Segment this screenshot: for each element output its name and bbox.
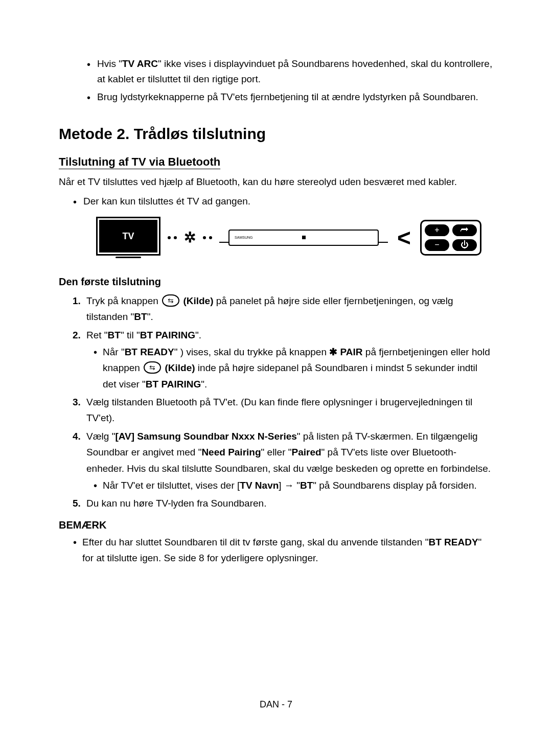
note-title: BEMÆRK (59, 519, 493, 531)
connection-diagram: TV ✲ SAMSUNG < + ⮫ − ⏻ (84, 217, 493, 258)
single-bullet-item: Der kan kun tilsluttes ét TV ad gangen. (73, 194, 493, 209)
steps-list: Tryk på knappen (Kilde) på panelet på hø… (59, 293, 493, 511)
tv-arc-bold: TV ARC (122, 58, 158, 69)
top-bullet-1: Hvis "TV ARC" ikke vises i displayvindue… (87, 56, 493, 87)
signal-dots-right (203, 236, 212, 239)
top-bullet-2: Brug lydstyrkeknapperne på TV'ets fjernb… (87, 89, 493, 105)
step-2-sub: Når "BT READY" ) vises, skal du trykke p… (94, 344, 493, 392)
pair-bt-icon: ✱ PAIR (329, 347, 362, 357)
note-list: Efter du har sluttet Soundbaren til dit … (59, 534, 493, 566)
remote-power-button: ⏻ (452, 239, 477, 251)
step-4: Vælg "[AV] Samsung Soundbar Nxxx N-Serie… (83, 428, 493, 493)
bluetooth-icon: ✲ (184, 231, 196, 245)
step-3: Vælg tilstanden Bluetooth på TV'et. (Du … (83, 394, 493, 426)
step-1: Tryk på knappen (Kilde) på panelet på hø… (83, 293, 493, 325)
text: Brug lydstyrkeknapperne på TV'ets fjernb… (97, 91, 478, 102)
soundbar-icon: SAMSUNG (228, 230, 379, 246)
remote-plus-button: + (425, 224, 449, 236)
brand-text: SAMSUNG (235, 236, 252, 239)
signal-dots-left (168, 236, 177, 239)
remote-icon: + ⮫ − ⏻ (420, 220, 481, 256)
tv-icon: TV (96, 217, 160, 258)
step-4-sub: Når TV'et er tilsluttet, vises der [TV N… (94, 477, 493, 493)
source-icon (162, 294, 179, 307)
source-icon (144, 361, 161, 374)
top-bullet-list: Hvis "TV ARC" ikke vises i displayvindue… (59, 56, 493, 105)
text: Hvis " (97, 58, 122, 69)
remote-minus-button: − (425, 239, 449, 251)
tv-label: TV (99, 220, 157, 253)
remote-source-button: ⮫ (452, 224, 477, 236)
method-title: Metode 2. Trådløs tilslutning (59, 125, 493, 143)
step-5: Du kan nu høre TV-lyden fra Soundbaren. (83, 495, 493, 511)
step-2: Ret "BT" til "BT PAIRING". Når "BT READY… (83, 327, 493, 392)
single-bullet-list: Der kan kun tilsluttes ét TV ad gangen. (59, 194, 493, 209)
intro-text: Når et TV tilsluttes ved hjælp af Blueto… (59, 175, 493, 190)
first-connection-title: Den første tilslutning (59, 276, 493, 288)
angle-icon: < (397, 224, 411, 251)
page-footer: DAN - 7 (0, 699, 552, 710)
note-item: Efter du har sluttet Soundbaren til dit … (73, 534, 493, 566)
sub-title: Tilslutning af TV via Bluetooth (59, 155, 493, 169)
